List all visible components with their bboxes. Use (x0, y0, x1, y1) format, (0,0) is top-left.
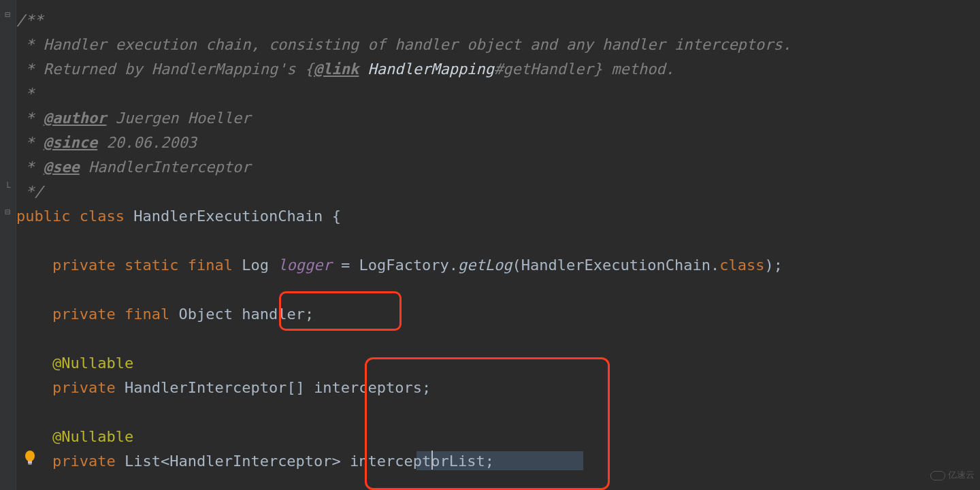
text-caret (431, 451, 433, 470)
fold-collapse-icon[interactable]: ⊟ (3, 10, 12, 19)
javadoc-see: * @see HandlerInterceptor (16, 159, 250, 176)
field-handler: private final Object handler; (16, 306, 314, 323)
fold-collapse-icon[interactable]: ⊟ (3, 207, 12, 216)
annotation-nullable: @Nullable (16, 428, 133, 445)
javadoc-since: * @since 20.06.2003 (16, 134, 197, 151)
code-editor-content[interactable]: /** * Handler execution chain, consistin… (16, 8, 791, 474)
fold-end-icon[interactable]: └ (3, 182, 12, 192)
intention-bulb-icon[interactable] (23, 449, 37, 466)
field-interceptor-list: private List<HandlerInterceptor> interce… (16, 453, 494, 470)
class-declaration: public class HandlerExecutionChain { (16, 208, 341, 225)
field-interceptors: private HandlerInterceptor[] interceptor… (16, 379, 431, 396)
field-logger: private static final Log logger = LogFac… (16, 257, 783, 274)
javadoc-open: /** (16, 12, 44, 29)
javadoc-author: * @author Juergen Hoeller (16, 110, 250, 127)
watermark-text: 亿速云 (948, 470, 975, 480)
svg-rect-2 (29, 463, 32, 465)
editor-gutter: ⊟ └ ⊟ (0, 0, 16, 490)
watermark-logo: 亿速云 (930, 463, 975, 487)
svg-point-0 (25, 451, 35, 461)
javadoc-blank: * (16, 85, 35, 102)
annotation-nullable: @Nullable (16, 355, 133, 372)
javadoc-close: */ (16, 183, 44, 200)
svg-rect-1 (28, 461, 32, 463)
javadoc-line: * Returned by HandlerMapping's {@link Ha… (16, 61, 674, 78)
javadoc-line: * Handler execution chain, consisting of… (16, 36, 791, 53)
